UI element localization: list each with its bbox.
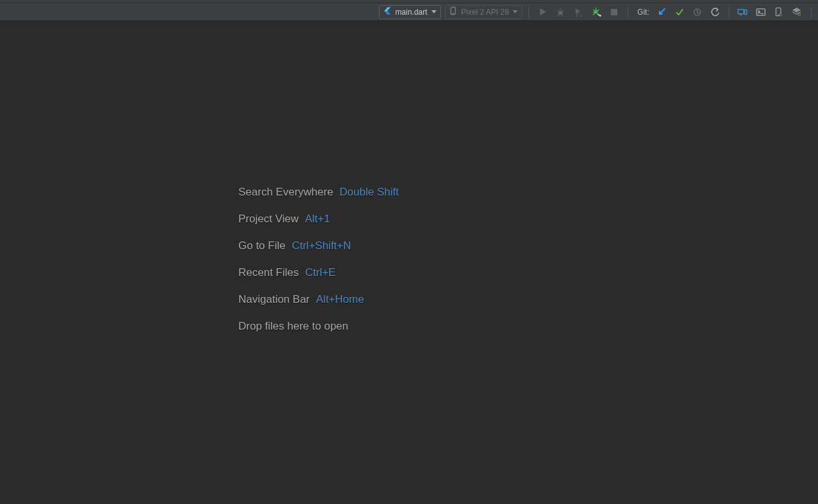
svg-rect-6 bbox=[738, 9, 744, 13]
git-revert-button[interactable] bbox=[708, 5, 722, 19]
chevron-down-icon bbox=[513, 10, 518, 15]
toolbar-separator bbox=[628, 6, 628, 18]
debug-button[interactable] bbox=[553, 5, 567, 19]
svg-rect-4 bbox=[611, 9, 617, 15]
git-commit-button[interactable] bbox=[672, 5, 686, 19]
device-file-explorer-button[interactable] bbox=[771, 5, 785, 19]
sdk-manager-button[interactable] bbox=[753, 5, 768, 19]
hint-label: Go to File bbox=[238, 239, 286, 253]
git-history-button[interactable] bbox=[690, 5, 704, 19]
hint-shortcut: Alt+1 bbox=[305, 212, 330, 226]
editor-empty-area[interactable]: Search Everywhere Double Shift Project V… bbox=[0, 21, 818, 504]
svg-point-2 bbox=[559, 10, 562, 14]
hint-shortcut: Alt+Home bbox=[316, 293, 364, 307]
hint-drop-files: Drop files here to open bbox=[238, 319, 399, 333]
avd-manager-button[interactable] bbox=[736, 5, 750, 19]
run-button[interactable] bbox=[536, 5, 550, 19]
project-structure-button[interactable] bbox=[789, 5, 803, 19]
toolbar-separator bbox=[529, 6, 529, 18]
run-coverage-button[interactable] bbox=[571, 5, 585, 19]
toolbar-separator bbox=[811, 6, 812, 18]
welcome-hints: Search Everywhere Double Shift Project V… bbox=[238, 185, 399, 333]
toolbar-separator bbox=[729, 6, 729, 18]
run-config-label: main.dart bbox=[396, 8, 428, 17]
hint-label: Project View bbox=[238, 212, 298, 226]
hint-search-everywhere: Search Everywhere Double Shift bbox=[238, 185, 399, 199]
hint-go-to-file: Go to File Ctrl+Shift+N bbox=[238, 239, 399, 253]
device-label: Pixel 2 API 28 bbox=[461, 8, 509, 17]
svg-rect-8 bbox=[740, 14, 742, 15]
hint-label: Recent Files bbox=[238, 266, 298, 280]
svg-rect-7 bbox=[745, 10, 747, 14]
git-label: Git: bbox=[635, 8, 651, 17]
main-toolbar: main.dart Pixel 2 API 28 bbox=[0, 3, 818, 21]
hint-shortcut: Ctrl+E bbox=[305, 266, 336, 280]
run-config-dropdown[interactable]: main.dart bbox=[379, 5, 441, 19]
hint-label: Drop files here to open bbox=[238, 319, 348, 333]
hint-shortcut: Double Shift bbox=[339, 185, 399, 199]
hint-project-view: Project View Alt+1 bbox=[238, 212, 399, 226]
chevron-down-icon bbox=[431, 10, 436, 15]
hint-recent-files: Recent Files Ctrl+E bbox=[238, 266, 399, 280]
hint-navigation-bar: Navigation Bar Alt+Home bbox=[238, 293, 399, 307]
hint-shortcut: Ctrl+Shift+N bbox=[292, 239, 351, 253]
hint-label: Navigation Bar bbox=[238, 293, 310, 307]
svg-rect-9 bbox=[756, 8, 764, 15]
svg-point-11 bbox=[778, 14, 779, 15]
stop-button[interactable] bbox=[607, 5, 621, 19]
git-pull-button[interactable] bbox=[654, 5, 668, 19]
attach-debugger-button[interactable] bbox=[589, 5, 603, 19]
svg-point-1 bbox=[452, 13, 454, 14]
flutter-icon bbox=[383, 6, 392, 17]
device-dropdown[interactable]: Pixel 2 API 28 bbox=[445, 5, 523, 19]
device-icon bbox=[449, 6, 458, 17]
hint-label: Search Everywhere bbox=[238, 185, 333, 199]
